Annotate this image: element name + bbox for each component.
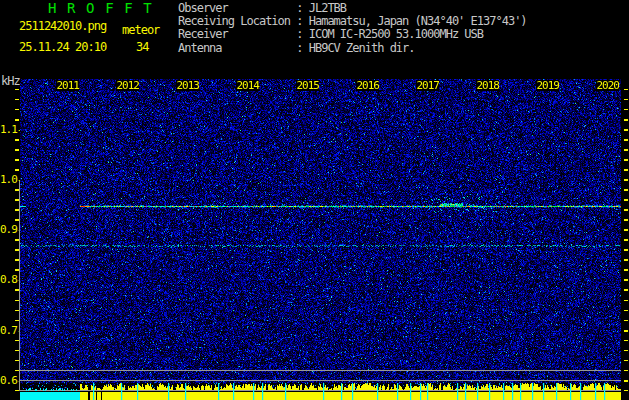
app-title: H R O F F T (48, 1, 153, 15)
freq-minor-tick-left (15, 370, 19, 372)
freq-minor-tick-right (624, 179, 628, 181)
freq-minor-tick-right (624, 129, 628, 131)
freq-axis-unit: kHz (1, 75, 20, 87)
freq-minor-tick-right (624, 229, 628, 231)
station-info-row: Receiver : ICOM IC-R2500 53.1000MHz USB (178, 28, 483, 40)
station-info-row: Antenna : HB9CV Zenith dir. (178, 42, 415, 54)
freq-minor-tick-right (624, 149, 628, 151)
time-label-2012: 2012 (116, 80, 139, 91)
freq-minor-tick-right (624, 390, 628, 392)
freq-minor-tick-left (15, 199, 19, 201)
freq-minor-tick-left (15, 350, 19, 352)
freq-minor-tick-left (15, 119, 19, 121)
freq-minor-tick-left (15, 89, 19, 91)
freq-minor-tick-right (624, 139, 628, 141)
freq-minor-tick-right (624, 279, 628, 281)
freq-minor-tick-right (624, 370, 628, 372)
freq-minor-tick-right (624, 289, 628, 291)
freq-minor-tick-right (624, 209, 628, 211)
freq-minor-tick-right (624, 300, 628, 302)
freq-label-0.9: 0.9- (0, 224, 18, 235)
freq-minor-tick-left (15, 259, 19, 261)
freq-minor-tick-right (624, 169, 628, 171)
freq-minor-tick-right (624, 249, 628, 251)
freq-minor-tick-left (15, 169, 19, 171)
freq-minor-tick-left (15, 269, 19, 271)
time-label-2015: 2015 (296, 80, 319, 91)
time-label-2011: 2011 (56, 80, 79, 91)
freq-minor-tick-left (15, 189, 19, 191)
time-label-2020: 2020 (596, 80, 619, 91)
freq-label-1.0: 1.0- (0, 174, 18, 185)
capture-filename: 2511242010.png (19, 20, 106, 32)
freq-minor-tick-right (624, 360, 628, 362)
time-label-2013: 2013 (176, 80, 199, 91)
freq-minor-tick-left (15, 209, 19, 211)
freq-minor-tick-right (624, 340, 628, 342)
hrofft-screen: H R O F F T 2511242010.png meteor 25.11.… (0, 0, 629, 400)
capture-datetime: 25.11.24 20:10 (19, 41, 106, 53)
freq-minor-tick-right (624, 89, 628, 91)
time-label-2016: 2016 (356, 80, 379, 91)
freq-minor-tick-right (624, 330, 628, 332)
freq-minor-tick-right (624, 109, 628, 111)
plot-left-border (19, 181, 20, 391)
freq-minor-tick-right (624, 269, 628, 271)
freq-minor-tick-left (15, 109, 19, 111)
time-label-2017: 2017 (416, 80, 439, 91)
freq-minor-tick-right (624, 380, 628, 382)
freq-minor-tick-left (15, 300, 19, 302)
time-label-2018: 2018 (476, 80, 499, 91)
freq-minor-tick-left (15, 390, 19, 392)
station-info-row: Receiving Location : Hamamatsu, Japan (N… (178, 15, 527, 27)
freq-minor-tick-left (15, 159, 19, 161)
freq-minor-tick-left (15, 219, 19, 221)
freq-minor-tick-right (624, 119, 628, 121)
observation-mode: meteor (122, 24, 159, 36)
echo-count: 34 (136, 41, 148, 53)
freq-minor-tick-right (624, 99, 628, 101)
freq-minor-tick-right (624, 259, 628, 261)
time-label-2014: 2014 (236, 80, 259, 91)
freq-minor-tick-right (624, 189, 628, 191)
freq-minor-tick-left (15, 99, 19, 101)
freq-minor-tick-right (624, 320, 628, 322)
freq-minor-tick-right (624, 219, 628, 221)
freq-minor-tick-left (15, 139, 19, 141)
freq-minor-tick-right (624, 350, 628, 352)
freq-minor-tick-right (624, 199, 628, 201)
time-label-2019: 2019 (536, 80, 559, 91)
freq-minor-tick-left (15, 340, 19, 342)
freq-minor-tick-left (15, 289, 19, 291)
freq-minor-tick-left (15, 149, 19, 151)
freq-minor-tick-left (15, 239, 19, 241)
station-info-row: Observer : JL2TBB (178, 2, 346, 14)
freq-minor-tick-left (15, 310, 19, 312)
freq-minor-tick-right (624, 310, 628, 312)
freq-label-0.7: 0.7- (0, 325, 18, 336)
freq-minor-tick-right (624, 239, 628, 241)
freq-label-0.6: 0.6- (0, 375, 18, 386)
freq-minor-tick-left (15, 360, 19, 362)
freq-label-0.8: 0.8- (0, 274, 18, 285)
freq-minor-tick-left (15, 320, 19, 322)
freq-minor-tick-right (624, 159, 628, 161)
freq-label-1.1: 1.1- (0, 124, 18, 135)
spectrogram-plot (20, 79, 621, 400)
freq-minor-tick-left (15, 249, 19, 251)
